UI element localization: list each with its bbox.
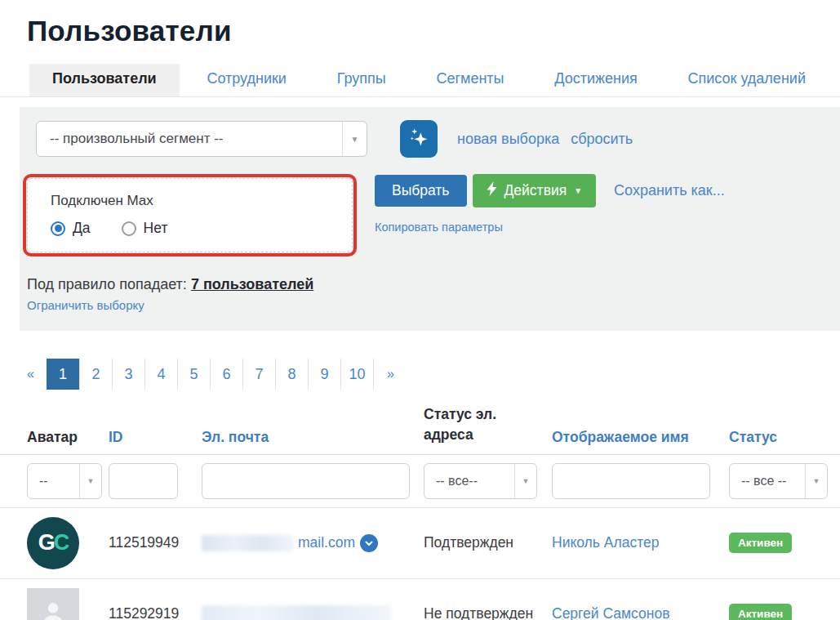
rule-match-line: Под правило попадает: 7 пользователей [27, 276, 824, 293]
email-filter-input[interactable] [202, 463, 410, 499]
pagination-page-9[interactable]: 9 [308, 359, 340, 390]
copy-params-link[interactable]: Копировать параметры [375, 221, 725, 234]
avatar: G C [27, 517, 79, 569]
header-avatar: Аватар [27, 429, 109, 446]
header-id[interactable]: ID [109, 429, 202, 446]
user-id: 112519949 [109, 534, 202, 551]
email-link[interactable]: mail.com [298, 534, 355, 551]
pagination-page-10[interactable]: 10 [340, 359, 373, 390]
pagination-page-5[interactable]: 5 [177, 359, 210, 390]
tab-segments[interactable]: Сегменты [413, 64, 527, 96]
email-status-filter-value: -- все-- [424, 474, 478, 488]
status-badge: Активен [729, 533, 792, 553]
pagination-prev[interactable]: « [27, 367, 47, 381]
id-filter-input[interactable] [109, 463, 178, 499]
radio-unchecked-icon[interactable] [122, 221, 136, 236]
table-row: G C 112519949 mail.com Подтвержден Никол… [0, 507, 840, 578]
save-as-link[interactable]: Сохранить как... [614, 182, 725, 199]
radio-option-no[interactable]: Нет [122, 220, 168, 237]
display-name-link[interactable]: Сергей Самсонов [552, 605, 669, 620]
header-status[interactable]: Статус [729, 429, 828, 446]
header-display-name[interactable]: Отображаемое имя [552, 429, 729, 446]
status-badge: Активен [729, 604, 792, 620]
chevron-down-icon: ▼ [514, 464, 536, 498]
tab-staff[interactable]: Сотрудники [184, 64, 309, 96]
pagination-page-4[interactable]: 4 [144, 359, 177, 390]
caret-down-icon: ▼ [574, 187, 582, 195]
tab-achievements[interactable]: Достижения [531, 64, 660, 96]
users-table: Аватар ID Эл. почта Статус эл. адреса От… [0, 390, 840, 620]
pagination-page-6[interactable]: 6 [210, 359, 242, 390]
filter-panel: -- произвольный сегмент -- ▼ новая выбор… [20, 107, 840, 331]
avatar-letter: C [54, 530, 69, 555]
pagination-next[interactable]: » [373, 359, 407, 390]
pagination-page-8[interactable]: 8 [275, 359, 308, 390]
email-status: Не подтвержден [424, 605, 552, 620]
avatar-placeholder [27, 588, 79, 620]
segment-select[interactable]: -- произвольный сегмент -- ▼ [36, 121, 367, 157]
tab-users[interactable]: Пользователи [29, 64, 180, 96]
avatar-filter-select[interactable]: -- ▼ [27, 463, 102, 499]
lightning-bolt-icon [487, 181, 497, 200]
table-row: 115292919 Не подтвержден Сергей Самсонов… [0, 578, 840, 620]
select-button[interactable]: Выбрать [375, 175, 467, 207]
pagination-page-1[interactable]: 1 [47, 359, 79, 390]
email-status: Подтвержден [424, 534, 552, 551]
redacted-email-blur [202, 535, 293, 551]
avatar-filter-value: -- [28, 474, 48, 488]
redacted-email-blur [202, 605, 391, 620]
pagination: « 1 2 3 4 5 6 7 8 9 10 » [27, 359, 840, 390]
tab-bar: Пользователи Сотрудники Группы Сегменты … [0, 64, 840, 97]
actions-button[interactable]: Действия ▼ [473, 174, 597, 207]
pagination-page-2[interactable]: 2 [79, 359, 112, 390]
email-cell [202, 605, 424, 620]
radio-checked-icon[interactable] [51, 221, 65, 236]
name-filter-input[interactable] [552, 463, 710, 499]
new-selection-button[interactable] [400, 120, 438, 158]
user-id: 115292919 [109, 605, 202, 620]
display-name-link[interactable]: Николь Аластер [552, 534, 659, 551]
header-email-status: Статус эл. адреса [424, 404, 515, 446]
limit-selection-link[interactable]: Ограничить выборку [27, 298, 144, 312]
sparkles-icon [407, 126, 430, 152]
header-email[interactable]: Эл. почта [202, 429, 424, 446]
new-selection-link[interactable]: новая выборка [457, 131, 559, 148]
person-icon [39, 599, 67, 620]
tab-groups[interactable]: Группы [314, 64, 409, 96]
email-cell: mail.com [202, 534, 424, 552]
condition-filter-box: Подключен Max Да Нет [27, 178, 353, 252]
email-expand-chevron-icon[interactable] [360, 534, 378, 552]
rule-match-count-link[interactable]: 7 пользователей [191, 276, 313, 292]
chevron-down-icon: ▼ [79, 464, 101, 498]
radio-yes-label: Да [73, 220, 91, 237]
chevron-down-icon: ▼ [805, 464, 827, 498]
status-filter-select[interactable]: -- все -- ▼ [729, 463, 828, 499]
chevron-down-icon: ▼ [342, 122, 367, 156]
table-header-row: Аватар ID Эл. почта Статус эл. адреса От… [0, 390, 840, 455]
pagination-page-3[interactable]: 3 [112, 359, 144, 390]
avatar-letter: G [38, 530, 54, 555]
rule-match-prefix: Под правило попадает: [27, 276, 187, 292]
reset-link[interactable]: сбросить [571, 131, 633, 148]
annotation-highlight-box: Подключен Max Да Нет [23, 174, 357, 256]
table-filter-row: -- ▼ -- все-- ▼ -- все -- ▼ [0, 455, 840, 507]
actions-button-label: Действия [504, 182, 567, 199]
tab-deletion-list[interactable]: Список удалений [665, 64, 829, 96]
email-status-filter-select[interactable]: -- все-- ▼ [424, 463, 537, 499]
segment-select-value: -- произвольный сегмент -- [37, 131, 224, 147]
status-filter-value: -- все -- [730, 474, 786, 488]
radio-option-yes[interactable]: Да [51, 220, 91, 237]
pagination-page-7[interactable]: 7 [242, 359, 275, 390]
condition-label: Подключен Max [51, 193, 344, 209]
page-title: Пользователи [0, 0, 840, 47]
radio-no-label: Нет [144, 220, 168, 237]
